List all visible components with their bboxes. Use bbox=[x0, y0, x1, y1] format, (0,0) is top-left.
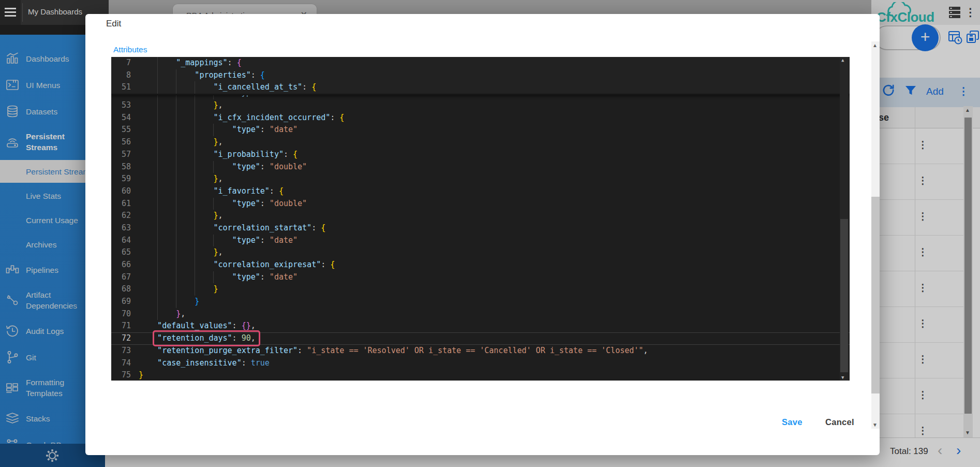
cancel-button[interactable]: Cancel bbox=[822, 417, 857, 428]
token-b1: } bbox=[213, 137, 218, 147]
token-key: "type" bbox=[232, 272, 260, 282]
code-line-59[interactable]: 59}, bbox=[111, 173, 850, 185]
indent-guide bbox=[195, 259, 195, 271]
token-key: "properties" bbox=[195, 70, 250, 80]
code-line-60[interactable]: 60"i_favorite": { bbox=[111, 185, 850, 198]
indent-guide bbox=[157, 57, 158, 69]
indent-guide bbox=[157, 136, 158, 149]
line-number: 64 bbox=[111, 235, 131, 247]
token-pun: , bbox=[218, 137, 223, 147]
code-line-69[interactable]: 69} bbox=[111, 296, 850, 308]
code-line-74[interactable]: 74"case_insensitive": true bbox=[111, 357, 850, 370]
token-key: "case_insensitive" bbox=[157, 358, 242, 368]
line-number: 51 bbox=[111, 81, 131, 94]
tab-attributes[interactable]: Attributes bbox=[113, 45, 147, 54]
indent-guide bbox=[157, 173, 158, 185]
token-key: "type" bbox=[232, 125, 260, 134]
indent-guide bbox=[176, 210, 176, 222]
retention-days-annotation-box bbox=[153, 330, 260, 346]
line-number: 55 bbox=[111, 124, 131, 136]
editor-scrollbar[interactable]: ▲ ▼ bbox=[840, 57, 849, 381]
code-line-51[interactable]: 51"i_cancelled_at_ts": { bbox=[111, 81, 850, 94]
code-line-64[interactable]: 64"type": "date" bbox=[111, 235, 850, 247]
token-key: "i_cfx_incident_occurred" bbox=[213, 113, 330, 122]
indent-guide bbox=[176, 81, 176, 94]
code-line-67[interactable]: 67"type": "date" bbox=[111, 271, 850, 284]
indent-guide bbox=[195, 185, 195, 198]
code-line-62[interactable]: 62}, bbox=[111, 210, 850, 222]
modal-scrollbar[interactable]: ▲ ▼ bbox=[871, 41, 880, 429]
editor-scrollbar-thumb[interactable] bbox=[840, 219, 848, 372]
token-pun: , bbox=[218, 100, 223, 110]
code-line-70[interactable]: 70}, bbox=[111, 308, 850, 320]
token-b2: {} bbox=[242, 321, 251, 330]
token-kw: true bbox=[251, 358, 270, 368]
json-code-editor[interactable]: 7"_mappings": {8"properties": {51"i_canc… bbox=[111, 57, 850, 381]
code-line-58[interactable]: 58"type": "double" bbox=[111, 161, 850, 173]
indent-guide bbox=[157, 69, 158, 82]
indent-guide bbox=[157, 308, 158, 320]
code-line-66[interactable]: 66"correlation_exipresat": { bbox=[111, 259, 850, 271]
token-key: "retention_purge_extra_filter" bbox=[157, 346, 298, 355]
token-str: "date" bbox=[270, 95, 298, 97]
line-number: 7 bbox=[111, 57, 131, 69]
token-key: "correlation_exipresat" bbox=[213, 260, 321, 269]
code-line-53[interactable]: 53}, bbox=[111, 99, 850, 112]
token-pun: : bbox=[232, 321, 242, 330]
code-line-8[interactable]: 8"properties": { bbox=[111, 69, 850, 82]
indent-guide bbox=[213, 95, 214, 99]
indent-guide bbox=[195, 124, 195, 136]
line-number: 75 bbox=[111, 369, 131, 381]
clipped-code-line: 52"type": "date" bbox=[111, 95, 850, 99]
token-key: "default_values" bbox=[157, 321, 232, 330]
editor-scroll-down-icon[interactable]: ▼ bbox=[841, 375, 844, 380]
token-str: "date" bbox=[270, 272, 298, 282]
token-str: "i_state == 'Resolved' OR i_state == 'Ca… bbox=[307, 346, 643, 355]
line-number: 66 bbox=[111, 259, 131, 271]
token-str: "double" bbox=[270, 199, 307, 208]
code-line-73[interactable]: 73"retention_purge_extra_filter": "i_sta… bbox=[111, 345, 850, 357]
line-number: 67 bbox=[111, 271, 131, 284]
line-number: 65 bbox=[111, 246, 131, 259]
editor-scroll-up-icon[interactable]: ▲ bbox=[841, 57, 844, 63]
code-line-56[interactable]: 56}, bbox=[111, 136, 850, 149]
code-line-54[interactable]: 54"i_cfx_incident_occurred": { bbox=[111, 112, 850, 124]
token-pun: : bbox=[260, 125, 270, 134]
token-pun: : bbox=[260, 199, 270, 208]
indent-guide bbox=[176, 296, 176, 308]
edit-modal: Edit Attributes 7"_mappings": {8"propert… bbox=[85, 14, 880, 455]
save-button[interactable]: Save bbox=[779, 417, 806, 428]
code-line-7[interactable]: 7"_mappings": { bbox=[111, 57, 850, 69]
modal-scroll-down-icon[interactable]: ▼ bbox=[872, 422, 878, 428]
code-line-61[interactable]: 61"type": "double" bbox=[111, 198, 850, 210]
code-line-65[interactable]: 65}, bbox=[111, 246, 850, 259]
line-number: 74 bbox=[111, 357, 131, 370]
token-b1: } bbox=[213, 100, 218, 110]
indent-guide bbox=[157, 246, 158, 259]
token-b1: { bbox=[293, 150, 298, 159]
code-line-63[interactable]: 63"correlation_startat": { bbox=[111, 222, 850, 235]
code-line-52[interactable]: 52"type": "date" bbox=[111, 95, 850, 99]
code-line-57[interactable]: 57"i_probability": { bbox=[111, 149, 850, 161]
token-pun: : bbox=[260, 272, 270, 282]
token-pun: : bbox=[270, 186, 279, 196]
indent-guide bbox=[157, 283, 158, 296]
indent-guide bbox=[157, 222, 158, 235]
indent-guide bbox=[157, 124, 158, 136]
modal-scroll-up-icon[interactable]: ▲ bbox=[872, 42, 878, 48]
code-line-68[interactable]: 68} bbox=[111, 283, 850, 296]
indent-guide bbox=[157, 185, 158, 198]
modal-scrollbar-thumb[interactable] bbox=[871, 197, 880, 393]
token-b1: { bbox=[321, 223, 325, 232]
token-str: "double" bbox=[270, 162, 307, 171]
indent-guide bbox=[213, 271, 214, 284]
code-line-75[interactable]: 75} bbox=[111, 369, 850, 381]
indent-guide bbox=[157, 95, 158, 99]
token-pun: : bbox=[260, 95, 270, 97]
code-line-55[interactable]: 55"type": "date" bbox=[111, 124, 850, 136]
token-key: "type" bbox=[232, 199, 260, 208]
indent-guide bbox=[176, 69, 176, 82]
indent-guide bbox=[195, 210, 195, 222]
app-screen: My Dashboards RDA Administration • ✕ Cfx… bbox=[0, 0, 980, 467]
code-line-72[interactable]: 72"retention_days": 90, bbox=[111, 332, 850, 345]
